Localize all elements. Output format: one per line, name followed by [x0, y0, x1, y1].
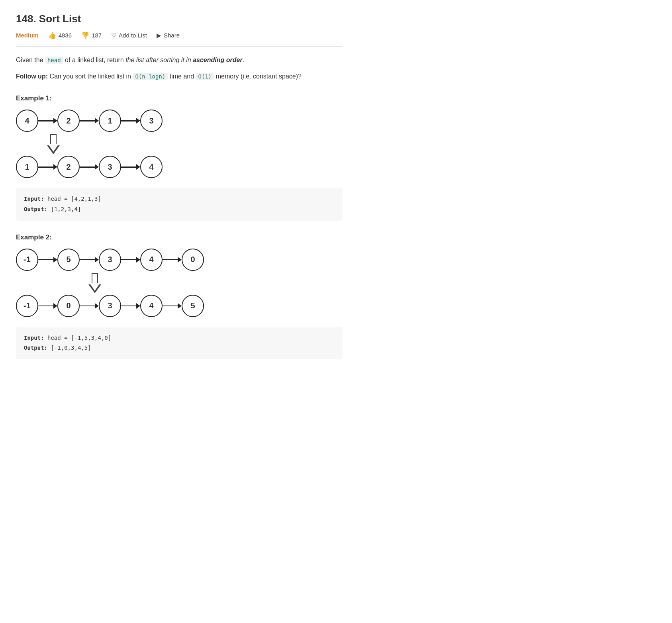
- example2-input-label: Input:: [24, 335, 44, 341]
- node-4: 4: [16, 110, 38, 132]
- arrow-right-icon: [38, 259, 57, 261]
- node-0-sorted: 0: [57, 295, 80, 317]
- example1-input-label: Input:: [24, 196, 44, 202]
- share-button[interactable]: ▶ Share: [157, 32, 180, 39]
- likes-count: 👍 4836: [48, 31, 72, 39]
- node-0-ex2: 0: [182, 249, 204, 271]
- example2-title: Example 2:: [16, 233, 343, 241]
- node-2: 2: [57, 110, 80, 132]
- example2-output-value: [-1,0,3,4,5]: [51, 345, 91, 351]
- node-4-sorted: 4: [140, 156, 163, 178]
- arrow-right-icon: [163, 259, 182, 261]
- difficulty-badge: Medium: [16, 32, 39, 39]
- example2-after-row: -1 0 3 4 5: [16, 295, 204, 317]
- page-title: 148. Sort List: [16, 13, 343, 25]
- example1-io: Input: head = [4,2,1,3] Output: [1,2,3,4…: [16, 188, 343, 220]
- node-neg1-sorted: -1: [16, 295, 38, 317]
- node-4-sorted-ex2: 4: [140, 295, 163, 317]
- node-1-sorted: 1: [16, 156, 38, 178]
- arrow-right-icon: [80, 167, 99, 168]
- node-3-ex2: 3: [99, 249, 121, 271]
- add-to-list-button[interactable]: ♡ Add to List: [111, 32, 147, 39]
- arrow-right-icon: [163, 306, 182, 307]
- node-3-sorted: 3: [99, 156, 121, 178]
- down-arrow-container: [46, 134, 61, 155]
- arrow-right-icon: [38, 120, 57, 121]
- example2-io: Input: head = [-1,5,3,4,0] Output: [-1,0…: [16, 327, 343, 359]
- example1-input-value: head = [4,2,1,3]: [47, 196, 101, 202]
- arrow-right-icon: [121, 259, 140, 261]
- example2-output-label: Output:: [24, 345, 47, 351]
- node-5-sorted: 5: [182, 295, 204, 317]
- arrow-right-icon: [38, 306, 57, 307]
- example1-after-row: 1 2 3 4: [16, 156, 163, 178]
- arrow-right-icon: [38, 167, 57, 168]
- example1-output-label: Output:: [24, 206, 47, 212]
- problem-description: Given the head of a linked list, return …: [16, 55, 343, 82]
- arrow-right-icon: [80, 120, 99, 121]
- arrow-right-icon: [80, 306, 99, 307]
- node-1: 1: [99, 110, 121, 132]
- heart-icon: ♡: [111, 32, 116, 39]
- meta-row: Medium 👍 4836 👎 187 ♡ Add to List ▶ Shar…: [16, 31, 343, 47]
- down-arrow-container-2: [88, 273, 102, 294]
- example1-title: Example 1:: [16, 94, 343, 102]
- node-3: 3: [140, 110, 163, 132]
- thumbs-down-icon: 👎: [81, 31, 89, 39]
- dislikes-count: 👎 187: [81, 31, 102, 39]
- node-3-sorted-ex2: 3: [99, 295, 121, 317]
- node-5: 5: [57, 249, 80, 271]
- node-2-sorted: 2: [57, 156, 80, 178]
- share-icon: ▶: [157, 32, 161, 39]
- complexity-time-code: O(n logn): [133, 73, 168, 80]
- node-neg1: -1: [16, 249, 38, 271]
- example1-before-row: 4 2 1 3: [16, 110, 163, 132]
- arrow-right-icon: [80, 259, 99, 261]
- arrow-right-icon: [121, 120, 140, 121]
- thumbs-up-icon: 👍: [48, 31, 56, 39]
- down-arrow-icon-2: [88, 273, 102, 294]
- complexity-space-code: O(1): [196, 73, 214, 80]
- down-arrow-icon: [46, 134, 61, 155]
- example2-before-row: -1 5 3 4 0: [16, 249, 204, 271]
- arrow-right-icon: [121, 306, 140, 307]
- example2-input-value: head = [-1,5,3,4,0]: [47, 335, 111, 341]
- arrow-right-icon: [121, 167, 140, 168]
- node-4-ex2: 4: [140, 249, 163, 271]
- head-code: head: [45, 57, 63, 64]
- example1-diagram: 4 2 1 3 1 2 3 4: [16, 110, 343, 180]
- example2-diagram: -1 5 3 4 0 -1 0 3 4 5: [16, 249, 343, 319]
- example1-output-value: [1,2,3,4]: [51, 206, 81, 212]
